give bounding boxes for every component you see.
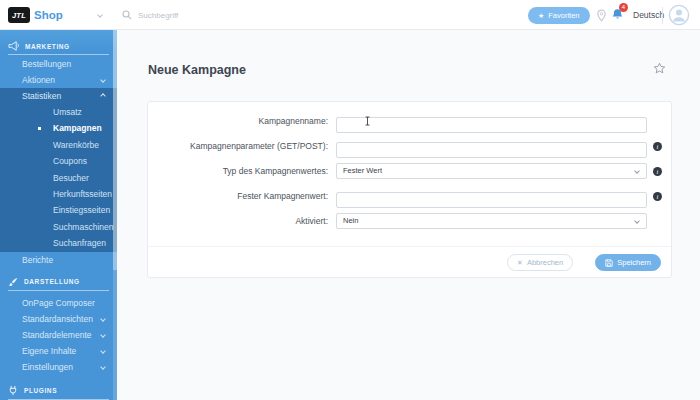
item-label: OnPage Composer [22, 298, 95, 308]
sidebar-item-herkunftsseiten[interactable]: Herkunftsseiten [0, 186, 117, 202]
save-button[interactable]: Speichern [595, 254, 661, 271]
sidebar-item-warenkoerbe[interactable]: Warenkörbe [0, 137, 117, 153]
sidebar-item-onpage-composer[interactable]: OnPage Composer [0, 295, 117, 311]
location-pin-icon[interactable] [596, 9, 607, 22]
item-label: Besucher [53, 173, 89, 183]
text-cursor-icon [364, 116, 371, 126]
favorite-star-icon[interactable] [653, 62, 666, 75]
chevron-up-icon [100, 93, 106, 99]
main-content: Neue Kampagne Kampagnenname: Kampagnenpa… [117, 30, 700, 400]
chevron-down-icon [100, 77, 106, 83]
sidebar-item-umsatz[interactable]: Umsatz [0, 104, 117, 120]
jtl-logo[interactable]: JTL [8, 7, 30, 23]
chevron-down-icon [634, 218, 640, 224]
paintbrush-icon [8, 277, 18, 287]
favorites-label: Favoriten [548, 11, 579, 20]
global-search [122, 0, 268, 30]
megaphone-icon [8, 41, 19, 51]
item-label: Eigene Inhalte [22, 346, 76, 356]
item-label: Statistiken [22, 91, 61, 101]
cancel-icon: ✕ [517, 259, 523, 266]
item-label: Suchmaschinen [53, 222, 113, 232]
chevron-down-icon [100, 364, 106, 370]
header-divider [662, 7, 663, 24]
chevron-down-icon [100, 316, 106, 322]
sidebar-divider [8, 399, 109, 400]
sidebar-nav: MARKETING Bestellungen Aktionen Statisti… [0, 30, 117, 400]
item-label: Einstiegsseiten [53, 205, 110, 215]
sidebar-divider [8, 54, 109, 55]
sidebar-item-berichte[interactable]: Berichte [0, 252, 117, 268]
aktiviert-select[interactable]: Nein [336, 213, 647, 229]
sidebar-item-statistiken[interactable]: Statistiken [0, 88, 117, 104]
fester-kampagnenwert-input[interactable] [336, 192, 647, 208]
form-row-kampagnenparameter: Kampagnenparameter (GET/POST): i [148, 138, 671, 154]
field-label: Aktiviert: [160, 213, 328, 229]
section-label: DARSTELLUNG [24, 278, 80, 285]
item-label: Herkunftsseiten [53, 189, 112, 199]
item-label: Kampagnen [53, 123, 102, 133]
sidebar-item-eigene-inhalte[interactable]: Eigene Inhalte [0, 343, 117, 359]
sidebar-section-plugins: PLUGINS [0, 383, 117, 399]
item-label: Warenkörbe [53, 140, 99, 150]
kampagnenparameter-input[interactable] [336, 142, 647, 158]
chevron-down-icon[interactable] [97, 12, 103, 18]
cancel-button[interactable]: ✕ Abbrechen [507, 254, 573, 271]
plug-icon [8, 385, 18, 396]
item-label: Umsatz [53, 107, 82, 117]
cancel-label: Abbrechen [527, 258, 563, 267]
form-row-fester-kampagnenwert: Fester Kampagnenwert: i [148, 188, 671, 204]
active-bullet [38, 127, 41, 130]
field-label: Typ des Kampagnenwertes: [160, 163, 328, 179]
campaign-form-card: Kampagnenname: Kampagnenparameter (GET/P… [147, 101, 672, 278]
sidebar-expanded-group: Statistiken Umsatz Kampagnen Warenkörbe … [0, 88, 117, 252]
info-icon[interactable]: i [653, 142, 662, 151]
item-label: Bestellungen [22, 59, 71, 69]
form-row-kampagnenname: Kampagnenname: [148, 113, 671, 129]
sidebar-section-marketing: MARKETING [0, 38, 117, 54]
sidebar-item-einstiegsseiten[interactable]: Einstiegsseiten [0, 202, 117, 218]
info-icon[interactable]: i [653, 192, 662, 201]
brand-shop[interactable]: Shop [34, 0, 63, 30]
star-icon: ★ [538, 12, 544, 19]
chevron-down-icon [100, 348, 106, 354]
chevron-down-icon [634, 168, 640, 174]
info-icon[interactable]: i [653, 167, 662, 176]
jtl-logo-text: JTL [12, 11, 26, 20]
sidebar-item-einstellungen[interactable]: Einstellungen [0, 359, 117, 375]
field-label: Kampagnenparameter (GET/POST): [160, 138, 328, 154]
form-actions: ✕ Abbrechen Speichern [507, 254, 661, 271]
item-label: Coupons [53, 156, 87, 166]
sidebar-item-standardelemente[interactable]: Standardelemente [0, 327, 117, 343]
user-avatar[interactable] [668, 4, 690, 26]
selected-value: Nein [343, 216, 358, 225]
selected-value: Fester Wert [343, 166, 382, 175]
sidebar-item-standardansichten[interactable]: Standardansichten [0, 311, 117, 327]
sidebar-item-besucher[interactable]: Besucher [0, 170, 117, 186]
typ-kampagnenwert-select[interactable]: Fester Wert [336, 163, 647, 179]
sidebar-item-bestellungen[interactable]: Bestellungen [0, 56, 117, 72]
item-label: Aktionen [22, 75, 55, 85]
sidebar-item-suchanfragen[interactable]: Suchanfragen [0, 235, 117, 251]
section-label: MARKETING [25, 43, 70, 50]
sidebar-section-darstellung: DARSTELLUNG [0, 274, 117, 290]
item-label: Standardansichten [22, 314, 93, 324]
field-label: Kampagnenname: [160, 113, 328, 129]
favorites-button[interactable]: ★ Favoriten [528, 7, 590, 24]
sidebar-item-coupons[interactable]: Coupons [0, 153, 117, 169]
top-header: JTL Shop ★ Favoriten 4 Deutsch [0, 0, 700, 30]
field-label: Fester Kampagnenwert: [160, 188, 328, 204]
save-label: Speichern [617, 258, 651, 267]
kampagnenname-input[interactable] [336, 117, 647, 133]
section-label: PLUGINS [24, 387, 57, 394]
language-selector[interactable]: Deutsch [633, 0, 664, 30]
sidebar-item-kampagnen[interactable]: Kampagnen [0, 120, 117, 136]
sidebar-item-suchmaschinen[interactable]: Suchmaschinen [0, 219, 117, 235]
card-footer-divider [148, 246, 671, 247]
sidebar-item-aktionen[interactable]: Aktionen [0, 72, 117, 88]
item-label: Suchanfragen [53, 238, 106, 248]
search-input[interactable] [138, 11, 268, 20]
item-label: Standardelemente [22, 330, 91, 340]
chevron-down-icon [100, 332, 106, 338]
item-label: Einstellungen [22, 362, 73, 372]
